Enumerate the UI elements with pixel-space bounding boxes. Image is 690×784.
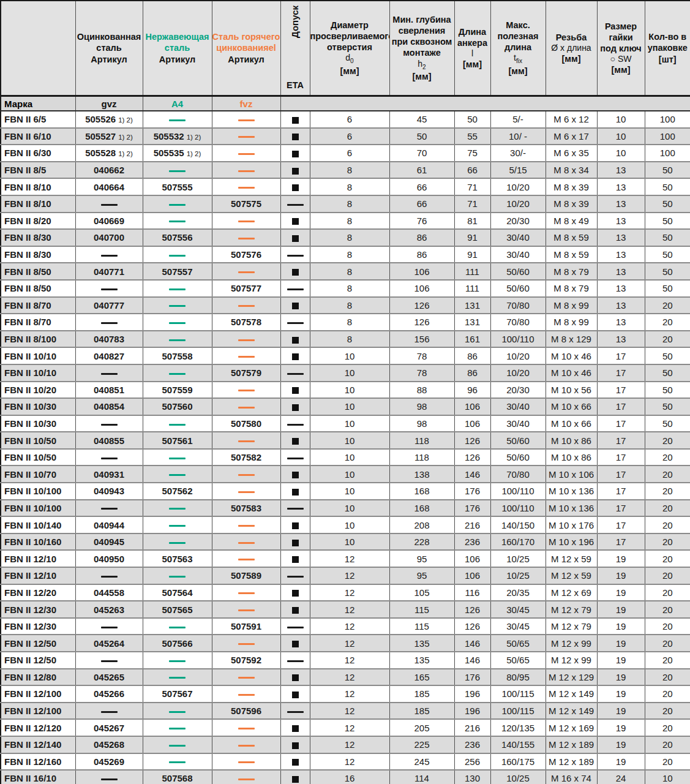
table-row: FBN II 10/1050757910788610/20M 10 x 4617… [1,364,690,382]
row-name-cell: FBN II 12/30 [1,601,75,618]
eta-square-icon [292,742,299,749]
fvz-article-cell [212,483,280,500]
d0-cell: 8 [310,280,389,297]
dash-icon [238,187,255,189]
eta-approval-cell [280,601,310,618]
length-cell: 196 [454,703,490,720]
length-cell: 75 [454,145,490,162]
row-name-cell: FBN II 8/100 [1,331,75,348]
fvz-article-cell [212,263,280,280]
dash-icon [287,424,304,426]
pack-cell: 20 [645,550,690,567]
dash-icon [238,525,255,527]
gvz-article-cell: 5055281) 2) [75,145,143,162]
d0-cell: 16 [310,770,389,784]
sw-cell: 19 [597,736,645,753]
eta-approval-cell [280,584,310,601]
thread-cell: M 12 x 79 [546,601,597,618]
thread-cell: M 8 x 39 [546,178,597,195]
header-gvz-cell: ОцинкованнаястальАртикул [75,1,143,96]
length-cell: 111 [454,280,490,297]
pack-cell: 20 [645,331,690,348]
tfix-cell: 10/25 [490,550,546,567]
dash-icon [238,271,255,273]
gvz-article-cell [75,280,143,297]
header-label: Длинаанкера [455,26,490,48]
a4-article-cell [143,567,212,584]
pack-cell: 50 [645,347,690,364]
fvz-article-cell [212,145,280,162]
dash-icon [169,525,186,527]
fvz-article-cell [212,178,280,195]
row-name-cell: FBN II 8/50 [1,263,75,280]
thread-cell: M 10 x 196 [546,533,597,551]
fvz-article-cell [212,347,280,364]
table-row: FBN II 8/70507578812613170/80M 8 x 99132… [1,314,690,331]
tfix-cell: 50/60 [490,449,546,466]
h2-cell: 78 [389,347,454,364]
gvz-article-cell [75,652,143,669]
gvz-article-cell: 045266 [75,685,143,703]
dash-icon [238,761,255,763]
thread-cell: M 8 x 79 [546,263,597,280]
d0-cell: 10 [310,382,389,399]
dash-icon [101,508,118,510]
gvz-article-cell: 040851 [75,382,143,399]
header-label: Кол-во вупаковке [645,31,690,53]
gvz-article-cell: 040700 [75,229,143,246]
eta-approval-cell [280,635,310,652]
gvz-article-cell [75,567,143,584]
table-row: FBN II 12/12004526712205216120/135M 12 x… [1,719,690,736]
h2-cell: 114 [389,770,454,784]
a4-article-cell: 5055351) 2) [143,145,212,162]
d0-cell: 8 [310,314,389,331]
d0-cell: 8 [310,178,389,195]
d0-cell: 8 [310,263,389,280]
pack-cell: 20 [645,432,690,449]
pack-cell: 20 [645,516,690,533]
tfix-cell: 30/- [490,145,546,162]
table-row: FBN II 10/10050758310168176100/110M 10 x… [1,500,690,517]
length-cell: 131 [454,297,490,314]
length-cell: 91 [454,246,490,263]
dash-icon [287,322,304,324]
thread-cell: M 12 x 189 [546,736,597,753]
h2-cell: 106 [389,280,454,297]
eta-approval-cell [280,652,310,669]
eta-square-icon [292,438,299,445]
a4-article-cell [143,618,212,635]
fvz-article-cell [212,111,280,128]
eta-square-icon [292,184,299,191]
a4-article-cell: 507561 [143,432,212,449]
dash-icon [101,778,118,780]
a4-article-cell [143,719,212,736]
d0-cell: 12 [310,669,389,686]
length-cell: 176 [454,669,490,686]
dash-icon [238,170,255,172]
tfix-cell: 140/155 [490,736,546,753]
thread-cell: M 12 x 149 [546,685,597,703]
a4-article-cell [143,280,212,297]
dash-icon [169,728,186,729]
tfix-cell: 10/20 [490,178,546,195]
dash-icon [169,204,186,206]
eta-square-icon [292,168,299,175]
sw-cell: 19 [597,567,645,584]
header-a4-cell: НержавеющаястальАртикул [143,1,212,96]
eta-approval-cell [280,753,310,771]
row-name-cell: FBN II 12/20 [1,584,75,601]
mark-gvz-cell: gvz [75,96,143,111]
gvz-article-cell: 045269 [75,753,143,771]
thread-cell: M 12 x 79 [546,618,597,635]
thread-cell: M 10 x 56 [546,382,597,399]
dash-icon [101,627,118,628]
a4-article-cell [143,533,212,551]
table-row: FBN II 12/14004526812225236140/155M 12 x… [1,736,690,753]
table-row: FBN II 10/16004094510228236160/170M 10 x… [1,533,690,551]
dash-icon [238,559,255,560]
h2-cell: 66 [389,195,454,213]
dash-icon [287,458,304,459]
fvz-article-cell [212,331,280,348]
gvz-article-cell: 040931 [75,466,143,483]
length-cell: 96 [454,382,490,399]
